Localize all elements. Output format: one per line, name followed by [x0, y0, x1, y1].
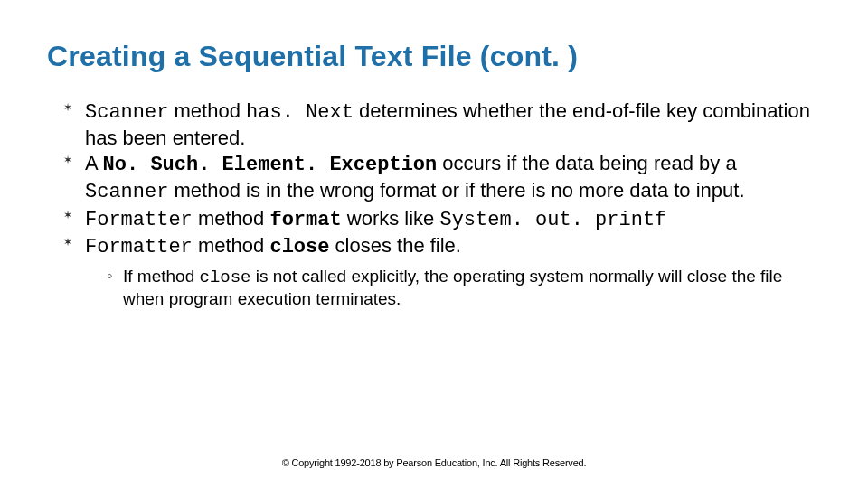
text: occurs if the data being read by a: [437, 152, 736, 174]
code-close: close: [269, 236, 329, 258]
code-scanner: Scanner: [85, 181, 168, 203]
text: method: [193, 207, 270, 230]
code-hasnext: has. Next: [246, 101, 354, 124]
code-scanner: Scanner: [85, 101, 168, 124]
text: method is in the wrong format or if ther…: [168, 179, 744, 202]
list-item: If method close is not called explicitly…: [107, 266, 821, 311]
list-item: Formatter method close closes the file. …: [63, 233, 821, 311]
code-format: format: [269, 209, 341, 231]
text: method: [168, 99, 246, 122]
list-item: Formatter method format works like Syste…: [63, 206, 821, 233]
code-nosuchelementexception: No. Such. Element. Exception: [103, 154, 438, 176]
copyright-footer: © Copyright 1992-2018 by Pearson Educati…: [0, 457, 868, 468]
list-item: Scanner method has. Next determines whet…: [63, 99, 821, 151]
code-formatter: Formatter: [85, 236, 193, 258]
bullet-list: Scanner method has. Next determines whet…: [63, 99, 821, 311]
code-close: close: [200, 267, 251, 287]
code-formatter: Formatter: [85, 209, 193, 231]
text: works like: [342, 207, 440, 230]
text: A: [85, 152, 103, 174]
slide: Creating a Sequential Text File (cont. )…: [0, 0, 868, 488]
text: If method: [123, 267, 200, 286]
text: closes the file.: [329, 234, 461, 257]
page-title: Creating a Sequential Text File (cont. ): [47, 40, 821, 73]
text: method: [193, 234, 270, 257]
code-system-out-printf: System. out. printf: [439, 209, 666, 231]
sub-list: If method close is not called explicitly…: [107, 266, 821, 311]
list-item: A No. Such. Element. Exception occurs if…: [63, 151, 821, 205]
